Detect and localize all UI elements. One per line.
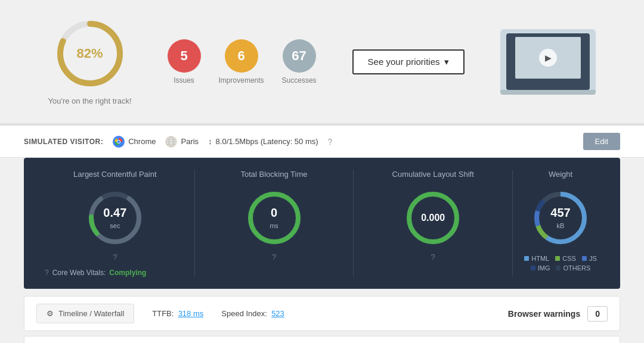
speed-index-info: Speed Index: 523 (221, 309, 284, 318)
legend-img: IMG (531, 264, 550, 272)
legend-others: OTHERS (556, 264, 590, 272)
cwv-label: Core Web Vitals: (52, 269, 106, 277)
legend-css: CSS (555, 255, 576, 262)
ttfb-label: TTFB: (152, 309, 174, 318)
cwv-status: Complying (109, 269, 146, 277)
successes-badge: 67 Successes (282, 39, 317, 85)
priorities-label: See your priorities (368, 57, 440, 67)
visitor-location: Paris (165, 136, 199, 148)
successes-label: Successes (282, 76, 317, 85)
successes-count: 67 (283, 39, 316, 73)
location-name: Paris (181, 137, 199, 146)
js-label: JS (589, 255, 597, 262)
visitor-bar: SIMULATED VISITOR: Chrome Par (0, 126, 644, 158)
speed-index-label: Speed Index: (221, 309, 267, 318)
metrics-panel: Largest Contentful Paint 0.47 sec ? ? Co… (24, 158, 620, 289)
issues-badge: 5 Issues (168, 39, 201, 85)
css-label: CSS (562, 255, 576, 262)
issues-label: Issues (174, 76, 194, 85)
tbt-value: 0 ms (270, 206, 278, 230)
js-dot (582, 256, 587, 261)
issues-count: 5 (168, 39, 201, 73)
cls-value: 0.000 (421, 213, 445, 223)
cls-title: Cumulative Layout Shift (392, 170, 474, 179)
improvements-label: Improvements (219, 76, 264, 85)
visitor-speed: ↕ 8.0/1.5Mbps (Latency: 50 ms) (208, 137, 318, 146)
img-dot (531, 266, 535, 270)
timeline-label: Timeline / Waterfall (58, 309, 124, 318)
lcp-gauge: 0.47 sec (85, 188, 145, 248)
weight-title: Weight (549, 170, 572, 179)
ttfb-info: TTFB: 318 ms (152, 309, 203, 318)
lcp-column: Largest Contentful Paint 0.47 sec ? ? Co… (36, 170, 195, 277)
html-dot (524, 256, 529, 261)
tbt-column: Total Blocking Time 0 ms ? (195, 170, 354, 277)
legend-html: HTML (524, 255, 549, 262)
others-dot (556, 266, 561, 270)
chevron-down-icon: ▾ (444, 57, 449, 67)
laptop-base (500, 90, 596, 95)
score-value: 82% (76, 46, 103, 61)
speed-index-value[interactable]: 523 (271, 309, 284, 318)
score-circle: 82% (54, 18, 126, 89)
lcp-help-icon[interactable]: ? (113, 252, 117, 261)
location-icon (165, 136, 177, 148)
bottom-bar: ⚙ Timeline / Waterfall TTFB: 318 ms Spee… (24, 296, 620, 331)
tbt-title: Total Blocking Time (241, 170, 308, 179)
browser-name: Chrome (128, 137, 156, 146)
cls-gauge: 0.000 (403, 188, 463, 248)
improvements-badge: 6 Improvements (219, 39, 264, 85)
tbt-gauge: 0 ms (244, 188, 304, 248)
browser-warnings-label: Browser warnings (508, 309, 580, 319)
browser-warnings-area: Browser warnings 0 (508, 306, 608, 322)
visitor-label: SIMULATED VISITOR: (24, 138, 103, 146)
video-thumbnail[interactable]: ▶ (500, 29, 596, 95)
top-section: 82% You're on the right track! 5 Issues … (0, 0, 644, 123)
timeline-icon: ⚙ (47, 309, 54, 318)
weight-gauge: 457 kB (531, 188, 590, 248)
improvements-count: 6 (225, 39, 258, 73)
priorities-button[interactable]: See your priorities ▾ (352, 49, 465, 74)
warnings-badge: 0 (587, 306, 608, 322)
edit-button[interactable]: Edit (583, 133, 620, 150)
cls-column: Cumulative Layout Shift 0.000 ? (354, 170, 513, 277)
weight-legend: HTML CSS JS IMG OTHERS (522, 255, 599, 272)
html-label: HTML (531, 255, 549, 262)
chrome-icon (113, 136, 125, 148)
weight-value: 457 kB (550, 206, 570, 230)
lcp-value: 0.47 sec (103, 206, 126, 230)
weight-column: Weight 457 kB HTML (513, 170, 608, 277)
laptop-graphic: ▶ (506, 33, 590, 90)
score-sublabel: You're on the right track! (48, 96, 132, 105)
ttfb-value[interactable]: 318 ms (178, 309, 204, 318)
tech-bar: Technologies : (24, 336, 620, 343)
cls-help-icon[interactable]: ? (431, 252, 435, 261)
speed-value: 8.0/1.5Mbps (Latency: 50 ms) (216, 137, 318, 146)
timeline-button[interactable]: ⚙ Timeline / Waterfall (36, 304, 134, 323)
css-dot (555, 256, 560, 261)
legend-js: JS (582, 255, 597, 262)
tbt-help-icon[interactable]: ? (272, 252, 276, 261)
others-label: OTHERS (563, 264, 590, 272)
img-label: IMG (538, 264, 550, 272)
score-section: 82% You're on the right track! (48, 18, 132, 105)
visitor-browser: Chrome (113, 136, 156, 148)
cwv-help-icon[interactable]: ? (45, 269, 49, 277)
priorities-area: See your priorities ▾ (352, 49, 465, 74)
cwv-row: ? Core Web Vitals: Complying (45, 269, 146, 277)
metrics-badges: 5 Issues 6 Improvements 67 Successes (168, 39, 317, 85)
svg-point-4 (117, 140, 120, 142)
lcp-title: Largest Contentful Paint (73, 170, 156, 179)
speed-icon: ↕ (208, 137, 212, 146)
play-icon: ▶ (539, 49, 557, 67)
video-screen: ▶ (515, 37, 581, 79)
help-icon[interactable]: ? (328, 137, 333, 146)
